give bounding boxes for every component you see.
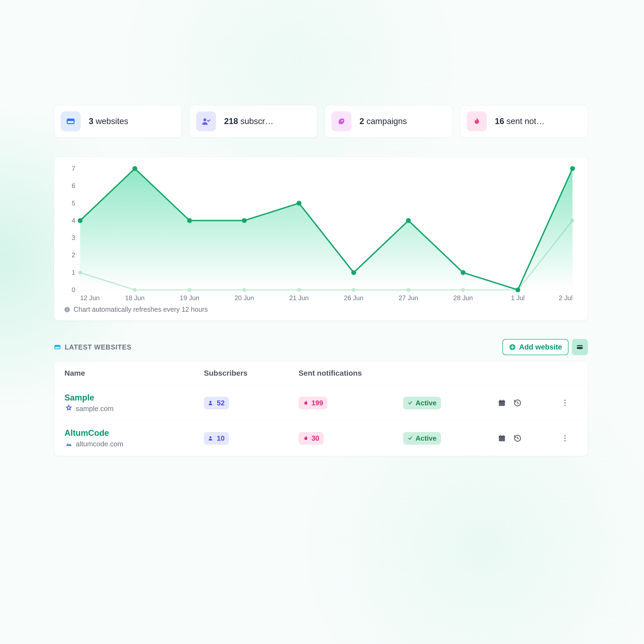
svg-point-59 (210, 436, 211, 438)
history-button[interactable] (513, 399, 522, 407)
svg-rect-62 (500, 435, 501, 437)
website-domain: altumcode.com (76, 440, 123, 448)
svg-text:27 Jun: 27 Jun (399, 294, 418, 302)
stat-campaigns-text: 2 campaigns (359, 117, 407, 126)
favicon-icon (64, 440, 73, 448)
subscribers-pill: 10 (204, 432, 229, 445)
subscribers-icon (196, 111, 216, 131)
history-icon (513, 399, 522, 407)
add-website-button[interactable]: Add website (502, 339, 568, 355)
svg-point-64 (564, 435, 566, 436)
plus-circle-icon (509, 344, 516, 351)
svg-text:12 Jun: 12 Jun (80, 294, 100, 302)
calendar-button[interactable] (498, 399, 506, 407)
table-row: Sample sample.com 52 199 (54, 385, 588, 420)
svg-point-2 (203, 118, 206, 121)
svg-text:20 Jun: 20 Jun (235, 294, 254, 302)
svg-point-35 (187, 218, 192, 223)
websites-icon (61, 111, 81, 131)
kebab-icon (564, 399, 566, 407)
svg-rect-55 (503, 400, 503, 401)
websites-icon (54, 344, 61, 351)
svg-rect-54 (500, 400, 501, 401)
row-menu-button[interactable] (553, 434, 577, 442)
svg-rect-1 (67, 119, 74, 121)
svg-point-36 (242, 218, 247, 223)
svg-text:21 Jun: 21 Jun (289, 294, 309, 302)
svg-text:1 Jul: 1 Jul (511, 294, 525, 302)
check-icon (407, 400, 413, 406)
th-sent: Sent notifications (299, 369, 403, 378)
svg-rect-53 (499, 400, 505, 402)
calendar-icon (498, 434, 506, 442)
stats-row: 3 websites 218 subscr… 2 campaigns (54, 105, 588, 138)
stat-subscribers[interactable]: 218 subscr… (189, 105, 317, 138)
history-icon (513, 434, 522, 442)
status-badge: Active (403, 432, 441, 445)
svg-point-58 (564, 405, 566, 406)
svg-text:2 Jul: 2 Jul (559, 294, 573, 302)
svg-rect-63 (503, 435, 503, 437)
row-menu-button[interactable] (553, 399, 577, 407)
svg-text:3: 3 (72, 234, 75, 241)
chart-card: 0123456712 Jun18 Jun19 Jun20 Jun21 Jun26… (54, 157, 588, 321)
user-icon (208, 435, 214, 441)
svg-point-38 (351, 270, 356, 275)
svg-point-33 (78, 218, 83, 223)
sent-pill: 30 (299, 432, 324, 445)
stat-websites-text: 3 websites (89, 117, 128, 126)
svg-text:26 Jun: 26 Jun (344, 294, 363, 302)
stat-sent-text: 16 sent not… (495, 117, 544, 126)
svg-text:28 Jun: 28 Jun (453, 294, 473, 302)
th-subscribers: Subscribers (204, 369, 299, 378)
stat-sent[interactable]: 16 sent not… (460, 105, 588, 138)
svg-text:19 Jun: 19 Jun (180, 294, 199, 302)
websites-table: Name Subscribers Sent notifications Samp… (54, 361, 588, 456)
fire-icon (303, 435, 309, 441)
svg-point-42 (570, 166, 575, 171)
user-icon (208, 400, 214, 406)
activity-chart: 0123456712 Jun18 Jun19 Jun20 Jun21 Jun26… (64, 166, 578, 303)
subscribers-pill: 52 (204, 397, 229, 409)
svg-rect-45 (67, 308, 67, 309)
website-name-link[interactable]: AltumCode (64, 428, 204, 438)
svg-text:0: 0 (72, 286, 75, 293)
table-row: AltumCode altumcode.com 10 30 (54, 420, 588, 456)
website-name-link[interactable]: Sample (64, 393, 204, 403)
svg-point-56 (564, 400, 566, 401)
info-icon (64, 306, 70, 313)
favicon-icon (64, 404, 73, 413)
svg-text:1: 1 (72, 269, 75, 276)
svg-point-57 (564, 402, 566, 403)
stat-subscribers-text: 218 subscr… (224, 117, 273, 126)
svg-text:7: 7 (72, 166, 75, 172)
svg-text:18 Jun: 18 Jun (125, 294, 145, 302)
sent-pill: 199 (299, 397, 327, 409)
stat-campaigns[interactable]: 2 campaigns (325, 105, 453, 138)
svg-rect-50 (577, 346, 583, 347)
calendar-icon (498, 399, 506, 407)
latest-websites-header: Latest Websites Add website (54, 339, 588, 355)
svg-rect-44 (67, 309, 67, 311)
svg-text:4: 4 (72, 217, 75, 224)
history-button[interactable] (513, 434, 522, 442)
svg-point-51 (210, 401, 211, 403)
th-name: Name (64, 369, 204, 378)
campaigns-icon (331, 111, 351, 131)
svg-text:6: 6 (72, 182, 75, 189)
calendar-button[interactable] (498, 434, 506, 442)
svg-point-65 (564, 437, 566, 439)
svg-point-40 (461, 270, 465, 275)
check-icon (407, 436, 413, 441)
svg-point-34 (132, 166, 137, 171)
svg-text:5: 5 (72, 200, 75, 207)
svg-point-3 (341, 120, 343, 121)
svg-point-39 (406, 218, 411, 223)
stat-websites[interactable]: 3 websites (54, 105, 182, 138)
sent-icon (467, 111, 487, 131)
card-icon (576, 343, 584, 351)
section-title: Latest Websites (65, 343, 132, 351)
svg-point-37 (297, 201, 302, 206)
svg-point-41 (515, 287, 520, 292)
manage-websites-button[interactable] (572, 339, 588, 355)
